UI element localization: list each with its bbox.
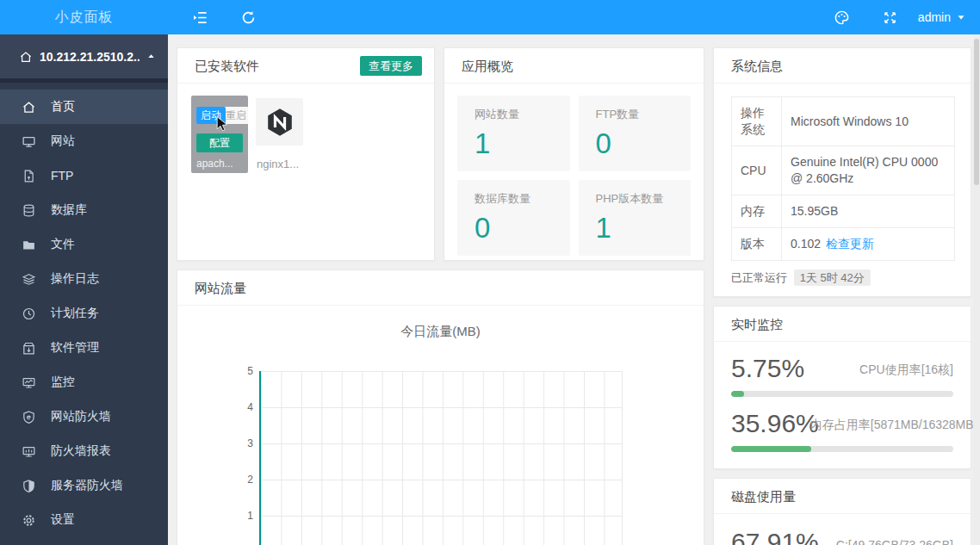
sidebar-item-label: 网站防火墙 <box>51 409 111 424</box>
sidebar-item-monitor[interactable]: 监控 <box>0 365 168 399</box>
sidebar-item-label: 首页 <box>51 99 75 115</box>
fullscreen-icon <box>883 10 897 25</box>
sidebar-item-waf[interactable]: 网站防火墙 <box>0 399 168 434</box>
sidebar-item-home[interactable]: 首页 <box>0 90 168 124</box>
sidebar-item-label: 防火墙报表 <box>51 443 111 459</box>
caret-up-icon <box>146 52 156 61</box>
row-value: Genuine Intel(R) CPU 0000 @ 2.60GHz <box>782 146 955 195</box>
sidebar-item-label: 文件 <box>51 237 75 252</box>
sidebar-item-software[interactable]: 软件管理 <box>0 331 168 365</box>
realtime-monitor-card: 实时监控 5.75% CPU使用率[16核] 35.96% 内存占用率[5871… <box>713 306 971 469</box>
sidebar-item-operation-log[interactable]: 操作日志 <box>0 262 168 296</box>
y-tick: 4 <box>227 401 253 413</box>
stat-value: 0 <box>596 127 692 160</box>
database-icon <box>22 203 36 218</box>
uptime-row: 已正常运行 1天 5时 42分 <box>731 270 953 286</box>
admin-menu[interactable]: admin <box>911 0 973 34</box>
clock-icon <box>22 307 36 321</box>
config-button[interactable]: 配置 <box>196 133 243 152</box>
card-header: 实时监控 <box>714 307 971 342</box>
sidebar-item-server-firewall[interactable]: 服务器防火墙 <box>0 468 168 503</box>
collapse-sidebar-button[interactable] <box>183 0 217 34</box>
traffic-chart-plot-area <box>259 371 623 545</box>
main-content: 已安装软件 查看更多 启动 重启 配置 apach... nginx1... 应… <box>168 34 980 545</box>
cpu-usage-bar <box>731 391 953 397</box>
sidebar-item-settings[interactable]: 设置 <box>0 503 168 537</box>
scrollbar[interactable] <box>973 34 980 545</box>
folder-icon <box>22 238 36 252</box>
cpu-usage-label: CPU使用率[16核] <box>859 362 953 378</box>
topbar: 小皮面板 admin <box>0 0 980 34</box>
disk-usage-percent: 67.91% <box>731 528 819 545</box>
stat-label: FTP数量 <box>596 107 692 122</box>
version-value: 0.102 <box>791 237 821 251</box>
shield-half-icon <box>22 479 36 493</box>
sidebar-item-ftp[interactable]: FTP <box>0 158 168 193</box>
software-name: nginx1... <box>253 158 310 170</box>
check-update-link[interactable]: 检查更新 <box>826 237 874 251</box>
cpu-usage-row: 5.75% CPU使用率[16核] <box>714 354 971 397</box>
system-info-card: 系统信息 操作系统 Microsoft Windows 10 CPU Genui… <box>713 47 971 297</box>
theme-button[interactable] <box>824 0 859 34</box>
row-label: 操作系统 <box>732 97 782 146</box>
server-selector[interactable]: 10.212.21.2510.2... <box>0 34 168 83</box>
installed-software-card: 已安装软件 查看更多 启动 重启 配置 apach... nginx1... <box>177 47 435 261</box>
app-title: 小皮面板 <box>0 0 168 34</box>
palette-icon <box>834 9 850 26</box>
nginx-icon <box>264 107 295 138</box>
monitor-icon <box>22 134 36 149</box>
sidebar-item-label: 操作日志 <box>51 271 99 287</box>
sidebar-menu: 首页 网站 FTP 数据库 文件 操作日志 计划任务 软件管理 监控 网站防 <box>0 83 168 537</box>
table-row: 操作系统 Microsoft Windows 10 <box>732 97 955 146</box>
memory-usage-label: 内存占用率[5871MB/16328MB] <box>810 418 977 433</box>
sidebar-item-cron[interactable]: 计划任务 <box>0 296 168 331</box>
server-address: 10.212.21.2510.2... <box>40 50 140 64</box>
table-row: CPU Genuine Intel(R) CPU 0000 @ 2.60GHz <box>732 146 955 195</box>
sidebar-item-firewall-report[interactable]: 防火墙报表 <box>0 434 168 468</box>
sidebar-item-label: 软件管理 <box>51 340 99 356</box>
fullscreen-button[interactable] <box>872 0 907 34</box>
uptime-label: 已正常运行 <box>731 271 787 284</box>
stat-label: 网站数量 <box>474 107 570 122</box>
memory-usage-row: 35.96% 内存占用率[5871MB/16328MB] <box>714 409 971 452</box>
monitor-chart-icon <box>22 375 36 390</box>
app-overview-card: 应用概览 网站数量 1 FTP数量 0 数据库数量 0 PHP版本数量 1 <box>443 47 704 261</box>
table-row: 版本 0.102检查更新 <box>732 228 955 261</box>
refresh-button[interactable] <box>231 0 265 34</box>
gear-icon <box>22 513 36 528</box>
card-title: 应用概览 <box>462 59 513 73</box>
scrollbar-thumb[interactable] <box>974 39 979 185</box>
sidebar-item-files[interactable]: 文件 <box>0 227 168 262</box>
card-header: 系统信息 <box>714 48 971 84</box>
system-info-table: 操作系统 Microsoft Windows 10 CPU Genuine In… <box>731 96 955 261</box>
sidebar-item-label: FTP <box>51 169 73 183</box>
layers-icon <box>22 272 36 287</box>
sidebar-item-label: 监控 <box>51 375 75 390</box>
software-tile-apache[interactable]: 启动 重启 配置 apach... <box>191 96 248 173</box>
software-tile-nginx[interactable]: nginx1... <box>253 96 310 173</box>
row-value: Microsoft Windows 10 <box>782 97 955 146</box>
refresh-icon <box>240 9 257 26</box>
shield-icon <box>22 410 36 424</box>
memory-usage-percent: 35.96% <box>731 409 819 438</box>
card-title: 系统信息 <box>731 59 783 73</box>
row-value: 0.102检查更新 <box>782 228 955 261</box>
row-label: 内存 <box>732 195 782 228</box>
sidebar-item-label: 计划任务 <box>51 306 99 321</box>
stat-ftp: FTP数量 0 <box>579 96 692 171</box>
sidebar-item-website[interactable]: 网站 <box>0 124 168 158</box>
y-tick: 3 <box>227 437 253 449</box>
card-title: 网站流量 <box>195 281 246 295</box>
website-traffic-card: 网站流量 今日流量(MB) 5 4 3 2 1 <box>177 269 704 545</box>
stat-value: 1 <box>474 127 570 160</box>
stat-label: 数据库数量 <box>474 191 570 207</box>
stat-value: 1 <box>596 212 692 245</box>
sidebar-item-label: 网站 <box>51 133 75 149</box>
row-label: CPU <box>732 146 782 195</box>
view-more-button[interactable]: 查看更多 <box>360 56 422 76</box>
sidebar-item-label: 服务器防火墙 <box>51 478 123 493</box>
sidebar-item-database[interactable]: 数据库 <box>0 193 168 227</box>
caret-down-icon <box>956 12 966 22</box>
stat-databases: 数据库数量 0 <box>457 180 570 256</box>
sidebar: 10.212.21.2510.2... 首页 网站 FTP 数据库 文件 操作日… <box>0 34 168 545</box>
